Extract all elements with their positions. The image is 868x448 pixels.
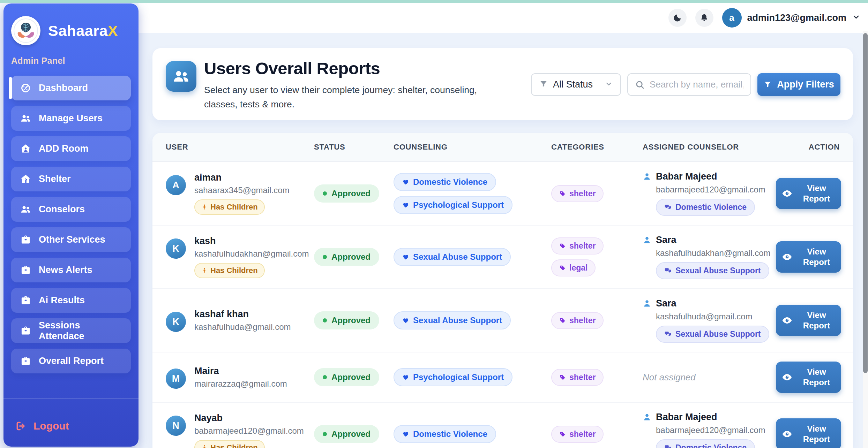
sidebar-item-news-alerts[interactable]: News Alerts <box>11 258 131 282</box>
briefcase-icon <box>20 234 31 245</box>
view-report-label: View Report <box>798 424 836 445</box>
users-icon <box>172 68 190 85</box>
column-header-counseling: COUNSELING <box>394 143 551 152</box>
sidebar-divider <box>3 398 139 398</box>
status-filter-value: All Status <box>553 79 600 90</box>
counselor-name-row: Babar Majeed <box>643 171 717 182</box>
briefcase-icon <box>20 295 31 306</box>
column-header-action: ACTION <box>776 143 840 152</box>
sidebar-item-add-room[interactable]: ADD Room <box>11 136 131 161</box>
user-email: mairarazzaq@gmail.com <box>194 379 287 389</box>
counselor-specialty-pill: Domestic Violence <box>656 439 755 448</box>
scrollbar-thumb[interactable] <box>863 33 868 373</box>
filters-bar: All Status Apply Filters <box>531 73 840 96</box>
view-report-button[interactable]: View Report <box>776 362 841 393</box>
category-label: shelter <box>569 241 596 251</box>
gauge-icon <box>20 83 31 93</box>
house-user-icon <box>20 143 31 154</box>
user-name: kash <box>194 236 216 246</box>
user-info: kash kashafulhudakhan@gmail.com Has Chil… <box>194 236 309 278</box>
sidebar-item-shelter[interactable]: Shelter <box>11 167 131 191</box>
counseling-cell: Domestic Violence <box>394 425 551 443</box>
topbar: a admin123@gmail.com <box>139 3 868 33</box>
sidebar-item-other-services[interactable]: Other Services <box>11 227 131 252</box>
counselor-email: kashafulhudakhan@gmail.com <box>656 248 771 258</box>
avatar: K <box>166 238 186 259</box>
user-info: Maira mairarazzaq@gmail.com <box>194 366 287 389</box>
status-badge: Approved <box>314 248 379 266</box>
categories-cell: shelter <box>551 426 643 443</box>
category-label: legal <box>569 263 588 273</box>
sidebar-item-ai-results[interactable]: Ai Results <box>11 288 131 313</box>
status-dot <box>323 318 327 322</box>
counselor-name: Babar Majeed <box>656 412 717 423</box>
account-menu[interactable]: a admin123@gmail.com <box>722 8 860 28</box>
scrollbar-track[interactable] <box>863 31 868 448</box>
view-report-button[interactable]: View Report <box>776 241 841 273</box>
search-icon <box>635 80 645 90</box>
person-icon <box>643 236 651 244</box>
sidebar-item-manage-users[interactable]: Manage Users <box>11 106 131 131</box>
user-name: Nayab <box>194 413 223 424</box>
sidebar-item-overall-report[interactable]: Overall Report <box>11 349 131 373</box>
brand-name-main: Sahaara <box>48 22 108 39</box>
category-label: shelter <box>569 189 596 198</box>
heart-icon <box>402 431 409 438</box>
counseling-cell: Domestic Violence Psychological Support <box>394 173 551 214</box>
view-report-label: View Report <box>798 183 836 204</box>
user-cell: K kash kashafulhudakhan@gmail.com Has Ch… <box>166 236 314 278</box>
search-box <box>627 73 751 96</box>
search-input[interactable] <box>650 79 743 90</box>
avatar: M <box>166 369 186 389</box>
child-icon <box>201 267 208 274</box>
counselor-cell: Babar Majeed babarmajeed120@gmail.com Do… <box>643 412 776 448</box>
column-header-status: STATUS <box>314 143 394 152</box>
status-label: Approved <box>331 429 371 439</box>
status-badge: Approved <box>314 311 379 329</box>
categories-cell: shelter <box>551 369 643 386</box>
heart-icon <box>402 253 409 260</box>
not-assigned-label: Not assigned <box>643 372 696 383</box>
column-header-assigned-counselor: ASSIGNED COUNSELOR <box>643 143 776 152</box>
sidebar-item-dashboard[interactable]: Dashboard <box>11 76 131 100</box>
briefcase-icon <box>20 265 31 275</box>
tag-icon <box>559 431 566 438</box>
sidebar-item-sessions-attendace[interactable]: Sessions Attendace <box>11 318 131 343</box>
action-cell: View Report <box>776 241 841 273</box>
has-children-label: Has Children <box>210 203 258 212</box>
categories-cell: shelter <box>551 185 643 202</box>
avatar: N <box>166 416 186 436</box>
sidebar-item-conselors[interactable]: Conselors <box>11 197 131 222</box>
view-report-label: View Report <box>798 367 836 388</box>
counseling-label: Psychological Support <box>413 372 504 382</box>
counselor-specialty-label: Domestic Violence <box>675 443 747 448</box>
column-header-user: USER <box>166 143 314 152</box>
dark-mode-button[interactable] <box>668 9 687 27</box>
has-children-badge: Has Children <box>194 199 265 215</box>
counselor-specialty-label: Domestic Violence <box>675 203 747 212</box>
has-children-badge: Has Children <box>194 263 265 278</box>
view-report-button[interactable]: View Report <box>776 178 841 209</box>
category-pill: shelter <box>551 237 604 255</box>
page-header-card: Users Overall Reports Select any user to… <box>152 48 853 120</box>
counseling-label: Domestic Violence <box>413 429 487 439</box>
logout-icon <box>15 420 27 432</box>
status-cell: Approved <box>314 368 394 386</box>
view-report-button[interactable]: View Report <box>776 305 841 336</box>
table-row: M Maira mairarazzaq@gmail.com Approved P… <box>152 352 853 403</box>
counselor-name-row: Sara <box>643 235 676 245</box>
notifications-button[interactable] <box>695 9 713 27</box>
briefcase-icon <box>20 325 31 336</box>
status-filter-select[interactable]: All Status <box>531 73 621 96</box>
action-cell: View Report <box>776 305 841 336</box>
sidebar-nav: Dashboard Manage Users ADD Room Shelter … <box>11 76 131 373</box>
category-pill: legal <box>551 259 596 276</box>
logout-label: Logout <box>33 420 69 432</box>
counseling-label: Psychological Support <box>413 200 504 210</box>
status-cell: Approved <box>314 311 394 329</box>
logout-button[interactable]: Logout <box>15 420 69 432</box>
apply-filters-button[interactable]: Apply Filters <box>757 73 840 96</box>
view-report-button[interactable]: View Report <box>776 418 841 448</box>
eye-icon <box>781 188 793 199</box>
view-report-label: View Report <box>798 246 836 267</box>
